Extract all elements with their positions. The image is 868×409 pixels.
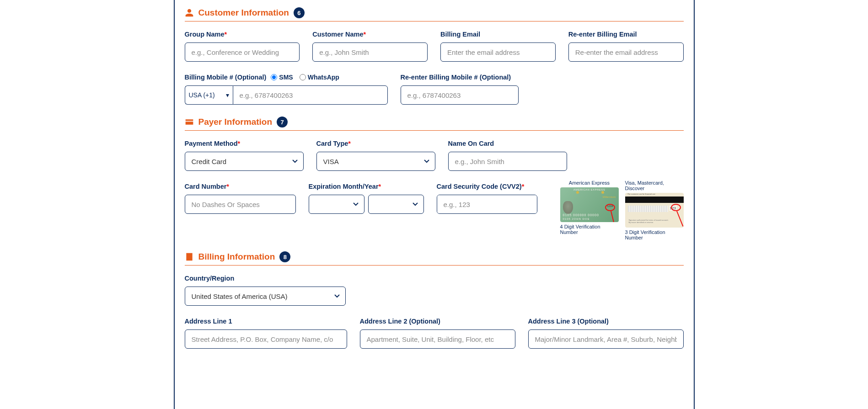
exp-year-select[interactable] bbox=[368, 195, 424, 214]
section-payer-badge: 7 bbox=[277, 117, 288, 127]
section-customer-title: Customer Information bbox=[198, 8, 289, 18]
customer-name-input[interactable] bbox=[312, 42, 428, 62]
re-billing-mobile-input[interactable] bbox=[401, 85, 519, 105]
section-customer-header: Customer Information 6 bbox=[185, 7, 684, 21]
billing-mobile-label: Billing Mobile # (Optional) bbox=[185, 74, 267, 81]
group-name-input[interactable] bbox=[185, 42, 300, 62]
addr2-input[interactable] bbox=[360, 329, 515, 349]
radio-sms-input[interactable] bbox=[271, 74, 277, 80]
expiration-label: Expiration Month/Year* bbox=[309, 183, 424, 190]
card-type-select[interactable]: VISA bbox=[316, 152, 435, 171]
addr3-label: Address Line 3 (Optional) bbox=[528, 318, 684, 325]
section-payer-header: Payer Information 7 bbox=[185, 117, 684, 131]
billing-email-input[interactable] bbox=[440, 42, 556, 62]
addr1-label: Address Line 1 bbox=[185, 318, 347, 325]
cvv-label: Card Security Code (CVV2)* bbox=[437, 183, 537, 190]
amex-card-image: AMERICAN EXPRESS Millennium 1234 0105 00… bbox=[560, 187, 619, 222]
cvv-help-images: American Express AMERICAN EXPRESS Millen… bbox=[560, 180, 684, 240]
billing-email-label: Billing Email bbox=[440, 31, 556, 38]
country-label: Country/Region bbox=[185, 275, 346, 282]
building-icon bbox=[185, 252, 194, 261]
re-billing-email-input[interactable] bbox=[568, 42, 684, 62]
addr1-input[interactable] bbox=[185, 329, 347, 349]
radio-sms[interactable]: SMS bbox=[271, 74, 293, 81]
payment-method-label: Payment Method* bbox=[185, 140, 304, 147]
addr2-label: Address Line 2 (Optional) bbox=[360, 318, 515, 325]
name-on-card-label: Name On Card bbox=[448, 140, 567, 147]
exp-month-select[interactable] bbox=[309, 195, 364, 214]
card-type-label: Card Type* bbox=[316, 140, 435, 147]
cvv-help-button[interactable]: ? bbox=[537, 195, 537, 213]
country-select[interactable]: United States of America (USA) bbox=[185, 287, 346, 306]
re-billing-mobile-label: Re-enter Billing Mobile # (Optional) bbox=[401, 74, 519, 81]
other-cards-title: Visa, Mastercard, Discover bbox=[625, 180, 684, 191]
other-cards-caption: 3 Digit Verification Number bbox=[625, 229, 684, 240]
country-code-select[interactable]: USA (+1) bbox=[185, 85, 233, 105]
amex-caption: 4 Digit Verification Number bbox=[560, 224, 619, 235]
cvv-input[interactable] bbox=[437, 195, 537, 213]
section-billing-title: Billing Information bbox=[198, 252, 275, 262]
re-billing-email-label: Re-enter Billing Email bbox=[568, 31, 684, 38]
billing-mobile-input[interactable] bbox=[233, 85, 388, 105]
addr3-input[interactable] bbox=[528, 329, 684, 349]
section-customer-badge: 6 bbox=[294, 7, 305, 18]
payment-method-select[interactable]: Credit Card bbox=[185, 152, 304, 171]
section-payer-title: Payer Information bbox=[198, 117, 273, 127]
radio-whatsapp-input[interactable] bbox=[300, 74, 306, 80]
customer-name-label: Customer Name* bbox=[312, 31, 428, 38]
card-number-input[interactable] bbox=[185, 195, 296, 214]
section-billing-badge: 8 bbox=[279, 251, 290, 262]
name-on-card-input[interactable] bbox=[448, 152, 567, 171]
section-billing-header: Billing Information 8 bbox=[185, 251, 684, 266]
other-card-image: For customer use for financial use 123 S… bbox=[625, 193, 684, 228]
form-panel: Customer Information 6 Group Name* Custo… bbox=[174, 0, 695, 409]
card-icon bbox=[185, 117, 194, 127]
amex-title: American Express bbox=[569, 180, 610, 186]
card-number-label: Card Number* bbox=[185, 183, 296, 190]
radio-whatsapp[interactable]: WhatsApp bbox=[300, 74, 339, 81]
user-icon bbox=[185, 8, 194, 17]
group-name-label: Group Name* bbox=[185, 31, 300, 38]
